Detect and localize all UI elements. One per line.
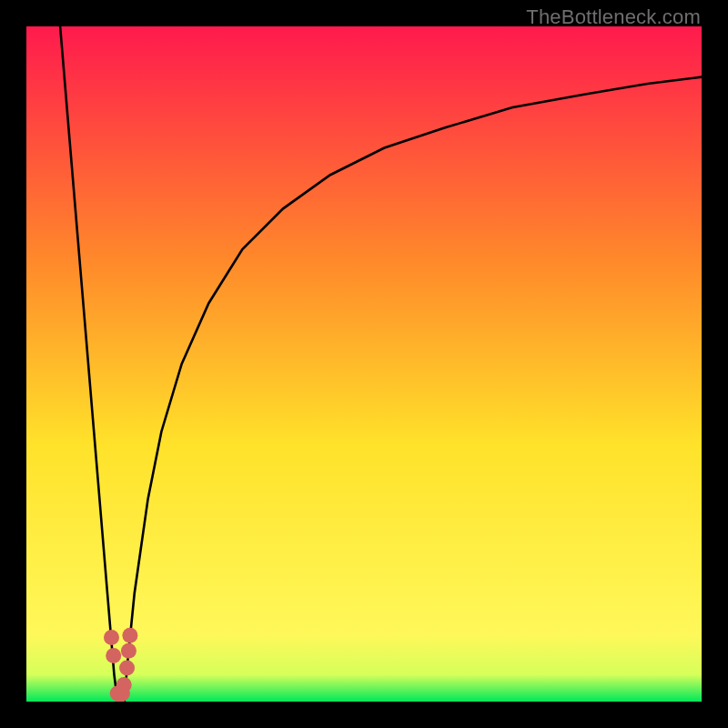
data-marker (104, 630, 119, 645)
data-marker (119, 660, 135, 675)
watermark-text: TheBottleneck.com (526, 5, 701, 29)
data-marker (122, 628, 137, 643)
data-marker (116, 677, 132, 693)
chart-frame: TheBottleneck.com (0, 0, 728, 728)
plot-area (26, 26, 702, 702)
data-marker (106, 648, 121, 663)
gradient-background (26, 26, 702, 702)
data-marker (121, 643, 136, 659)
plot-svg (26, 26, 702, 702)
